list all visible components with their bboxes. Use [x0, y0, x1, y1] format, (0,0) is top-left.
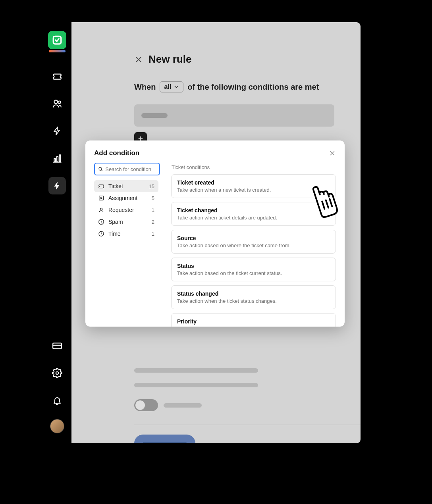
search-input[interactable] [105, 166, 156, 172]
primary-action-button[interactable] [134, 435, 195, 443]
condition-description: Take action based on the ticket current … [177, 270, 330, 276]
svg-point-1 [54, 100, 58, 104]
category-label: Assignment [108, 195, 137, 201]
search-icon [98, 166, 103, 172]
condition-description: Take action based on where the ticket ca… [177, 242, 330, 248]
svg-point-10 [101, 197, 102, 198]
toggle-row [134, 399, 361, 411]
condition-card[interactable]: SourceTake action based on where the tic… [171, 230, 336, 254]
condition-card[interactable]: PriorityTake action based on the ticket … [171, 313, 336, 327]
when-dropdown[interactable]: all [160, 81, 183, 92]
bar-chart-icon [52, 153, 62, 164]
category-label: Time [108, 231, 121, 237]
people-icon [52, 98, 62, 109]
category-item-time[interactable]: Time1 [94, 228, 158, 240]
toggle-switch[interactable] [134, 399, 158, 411]
add-condition-modal: Add condition Ticket15Assignment5Request… [85, 140, 345, 327]
time-icon [98, 231, 104, 237]
sidebar [43, 22, 71, 443]
svg-point-8 [99, 167, 102, 170]
divider [134, 425, 361, 425]
category-label: Requester [108, 207, 134, 213]
bell-icon [52, 396, 62, 405]
header: New rule [134, 53, 361, 65]
svg-point-2 [58, 101, 61, 104]
svg-rect-3 [54, 158, 55, 162]
condition-description: Take action based on the ticket priority… [177, 326, 330, 327]
condition-card[interactable]: Ticket createdTake action when a new tic… [171, 174, 336, 198]
category-count: 15 [149, 183, 154, 189]
condition-card[interactable]: Ticket changedTake action when ticket de… [171, 202, 336, 226]
gear-icon [52, 368, 62, 378]
condition-title: Ticket changed [177, 207, 330, 214]
bolt-icon [52, 126, 62, 136]
modal-title: Add condition [94, 149, 139, 157]
category-label: Spam [108, 219, 123, 225]
condition-title: Source [177, 235, 330, 241]
condition-card[interactable]: Status changedTake action when the ticke… [171, 285, 336, 309]
ticket-icon [98, 183, 104, 189]
condition-description: Take action when the ticket status chang… [177, 298, 330, 304]
sidebar-item-billing[interactable] [48, 337, 66, 354]
svg-point-12 [101, 223, 102, 223]
svg-rect-6 [53, 343, 62, 349]
sidebar-item-bolt[interactable] [48, 122, 66, 140]
modal-close-icon[interactable] [329, 150, 336, 157]
condition-title: Status changed [177, 290, 330, 297]
sidebar-item-notifications[interactable] [48, 392, 66, 409]
condition-description: Take action when a new ticket is created… [177, 187, 330, 193]
assignment-icon [98, 195, 104, 201]
modal-right-panel: Ticket conditions Ticket createdTake act… [165, 163, 345, 327]
category-count: 1 [152, 231, 154, 237]
modal-left-panel: Ticket15Assignment5Requester1Spam2Time1 [85, 163, 165, 327]
svg-rect-4 [57, 157, 58, 162]
category-item-ticket[interactable]: Ticket15 [94, 180, 158, 192]
credit-card-icon [52, 340, 62, 351]
requester-icon [98, 207, 104, 213]
category-item-spam[interactable]: Spam2 [94, 216, 158, 228]
sidebar-item-analytics[interactable] [48, 150, 66, 167]
page-title: New rule [148, 53, 191, 65]
search-box[interactable] [94, 163, 160, 175]
category-count: 1 [152, 207, 154, 213]
svg-point-7 [56, 372, 59, 375]
sidebar-item-tickets[interactable] [48, 67, 66, 85]
conditions-header: Ticket conditions [171, 163, 336, 170]
condition-title: Status [177, 263, 330, 269]
sidebar-item-people[interactable] [48, 95, 66, 112]
condition-description: Take action when ticket details are upda… [177, 215, 330, 221]
sidebar-item-automation[interactable] [48, 177, 66, 194]
bolt-filled-icon [52, 181, 62, 190]
condition-title: Ticket created [177, 179, 330, 186]
condition-title: Priority [177, 318, 330, 325]
skeleton-group [134, 368, 361, 387]
category-count: 5 [152, 195, 154, 201]
close-icon[interactable] [134, 55, 143, 64]
chevron-down-icon [174, 84, 179, 90]
ticket-icon [52, 71, 62, 81]
avatar[interactable] [50, 419, 64, 433]
when-prefix: When [134, 83, 156, 92]
when-sentence: When all of the following conditions are… [134, 81, 361, 92]
when-suffix: of the following conditions are met [187, 83, 319, 92]
when-dropdown-label: all [164, 83, 171, 90]
svg-point-11 [100, 208, 102, 210]
category-label: Ticket [108, 183, 123, 189]
category-item-requester[interactable]: Requester1 [94, 204, 158, 216]
category-item-assignment[interactable]: Assignment5 [94, 192, 158, 204]
condition-card[interactable]: StatusTake action based on the ticket cu… [171, 258, 336, 281]
svg-rect-5 [59, 155, 60, 162]
sidebar-item-settings[interactable] [48, 364, 66, 382]
condition-placeholder-box[interactable] [134, 104, 334, 127]
app-logo[interactable] [48, 31, 66, 49]
spam-icon [98, 219, 104, 225]
category-count: 2 [152, 219, 154, 225]
